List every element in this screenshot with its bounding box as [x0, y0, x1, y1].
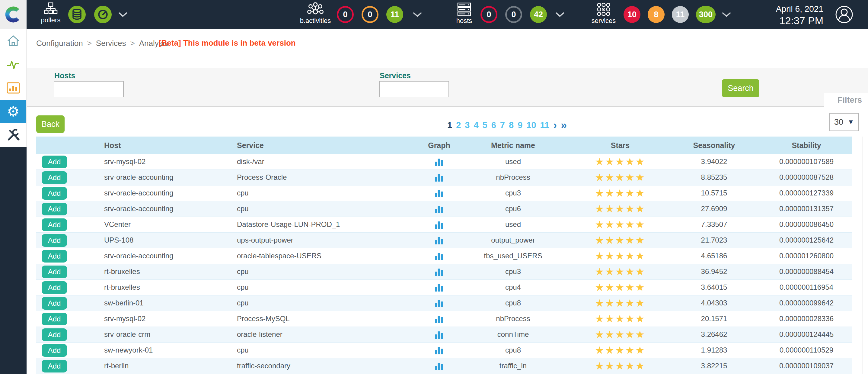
- page-size-select[interactable]: 30 ▼: [829, 113, 859, 131]
- graph-button[interactable]: [435, 252, 443, 261]
- services-status-badge-fill-orange[interactable]: 8: [648, 6, 664, 23]
- bam-status-badge-outline-red[interactable]: 0: [337, 6, 354, 23]
- add-button[interactable]: Add: [42, 250, 67, 262]
- add-button[interactable]: Add: [42, 155, 67, 168]
- graph-button[interactable]: [435, 236, 443, 245]
- row-stability: 0.000000116954: [769, 280, 844, 295]
- poller-database-status[interactable]: [68, 6, 86, 23]
- add-button[interactable]: Add: [42, 171, 67, 184]
- sidebar-item-administration[interactable]: [0, 123, 26, 147]
- add-button[interactable]: Add: [42, 328, 67, 341]
- breadcrumb-item-configuration[interactable]: Configuration: [36, 39, 83, 48]
- heartbeat-icon: [7, 58, 20, 70]
- row-metric: cpu8: [471, 295, 555, 311]
- next-page-icon[interactable]: ›: [553, 121, 557, 130]
- scrollbar-track[interactable]: [863, 137, 863, 374]
- row-stars-rating: ★★★★★: [583, 233, 658, 248]
- add-button[interactable]: Add: [42, 234, 67, 247]
- col-header-stability: Stability: [769, 137, 844, 154]
- row-stability: 0.000000086450: [769, 217, 844, 232]
- graph-button[interactable]: [435, 346, 443, 355]
- table-row: Add srv-oracle-accounting Process-Oracle…: [36, 170, 852, 185]
- graph-button[interactable]: [435, 220, 443, 229]
- services-chevron-icon[interactable]: [722, 12, 731, 19]
- sidebar-item-configuration[interactable]: ⚙: [0, 100, 26, 123]
- sidebar-item-monitoring[interactable]: [0, 53, 26, 76]
- user-menu[interactable]: [835, 5, 854, 25]
- hosts-status-badge-fill-green[interactable]: 42: [530, 6, 547, 23]
- graph-button[interactable]: [435, 173, 443, 182]
- centreon-logo[interactable]: [0, 0, 27, 29]
- hosts-status-badge-outline-gray[interactable]: 0: [505, 6, 522, 23]
- graph-button[interactable]: [435, 157, 443, 167]
- row-metric: used: [471, 217, 555, 232]
- graph-button[interactable]: [435, 267, 443, 277]
- hosts-status-badge-outline-red[interactable]: 0: [480, 6, 497, 23]
- row-metric: nbProcess: [471, 170, 555, 185]
- back-button[interactable]: Back: [36, 115, 65, 133]
- sidebar-item-home[interactable]: [0, 29, 26, 53]
- bar-chart-icon: [435, 330, 443, 339]
- topbar-pollers[interactable]: pollers: [38, 2, 63, 24]
- services-status-badge-fill-green[interactable]: 300: [696, 6, 716, 23]
- graph-button[interactable]: [435, 362, 443, 371]
- graph-button[interactable]: [435, 283, 443, 292]
- bam-chevron-icon[interactable]: [413, 12, 422, 19]
- row-service: cpu: [237, 280, 249, 295]
- hosts-filter-input[interactable]: [54, 81, 124, 97]
- bam-status-badge-fill-green[interactable]: 11: [386, 6, 403, 23]
- services-filter-input[interactable]: [379, 81, 449, 97]
- row-seasonality: 3.94022: [684, 154, 744, 169]
- row-stars-rating: ★★★★★: [583, 248, 658, 263]
- add-button[interactable]: Add: [42, 219, 67, 231]
- table-row: Add srv-oracle-accounting oracle-tablesp…: [36, 248, 852, 264]
- bar-chart-icon: [435, 220, 443, 229]
- page-link-8[interactable]: 8: [509, 120, 514, 130]
- topbar-services[interactable]: services: [589, 2, 618, 25]
- add-button[interactable]: Add: [42, 281, 67, 294]
- page-link-3[interactable]: 3: [465, 120, 470, 130]
- row-host: srv-mysql-02: [104, 154, 146, 169]
- add-button[interactable]: Add: [42, 344, 67, 357]
- page-link-5[interactable]: 5: [483, 120, 488, 130]
- sidebar-item-reporting[interactable]: [0, 76, 26, 100]
- page-link-10[interactable]: 10: [526, 120, 536, 130]
- graph-button[interactable]: [435, 330, 443, 339]
- add-button[interactable]: Add: [42, 203, 67, 215]
- topbar-bam[interactable]: b.activities: [297, 2, 334, 25]
- add-button[interactable]: Add: [42, 265, 67, 278]
- breadcrumb-separator: >: [130, 39, 135, 48]
- graph-button[interactable]: [435, 189, 443, 198]
- page-link-11[interactable]: 11: [540, 120, 550, 130]
- graph-button[interactable]: [435, 299, 443, 308]
- bam-status-badge-outline-orange[interactable]: 0: [362, 6, 378, 23]
- services-status-badge-fill-gray[interactable]: 11: [672, 6, 689, 23]
- breadcrumb-item-services[interactable]: Services: [96, 39, 126, 48]
- page-link-6[interactable]: 6: [491, 120, 496, 130]
- poller-latency-status[interactable]: [94, 6, 112, 23]
- topbar-hosts[interactable]: hosts: [452, 2, 476, 25]
- row-metric: used: [471, 154, 555, 169]
- add-button[interactable]: Add: [42, 360, 67, 373]
- row-service: Process-MySQL: [237, 311, 290, 326]
- add-button[interactable]: Add: [42, 297, 67, 310]
- graph-button[interactable]: [435, 204, 443, 213]
- page-link-7[interactable]: 7: [500, 120, 505, 130]
- hosts-chevron-icon[interactable]: [555, 12, 564, 19]
- graph-button[interactable]: [435, 315, 443, 323]
- filters-toggle[interactable]: Filters: [824, 93, 868, 107]
- row-seasonality: 1.91283: [684, 343, 744, 358]
- page-link-4[interactable]: 4: [473, 120, 478, 130]
- breadcrumb: Configuration>Services>Analysis: [36, 39, 168, 48]
- page-link-2[interactable]: 2: [456, 120, 461, 130]
- row-service: traffic-secondary: [237, 358, 290, 373]
- page-link-9[interactable]: 9: [518, 120, 522, 130]
- add-button[interactable]: Add: [42, 313, 67, 325]
- col-header-seasonality: Seasonality: [684, 137, 744, 154]
- last-page-icon[interactable]: »: [561, 121, 567, 130]
- pollers-chevron-icon[interactable]: [118, 12, 127, 19]
- add-button[interactable]: Add: [42, 187, 67, 200]
- search-button[interactable]: Search: [722, 79, 760, 97]
- page-link-1[interactable]: 1: [447, 120, 452, 130]
- services-status-badge-fill-red[interactable]: 10: [623, 6, 641, 23]
